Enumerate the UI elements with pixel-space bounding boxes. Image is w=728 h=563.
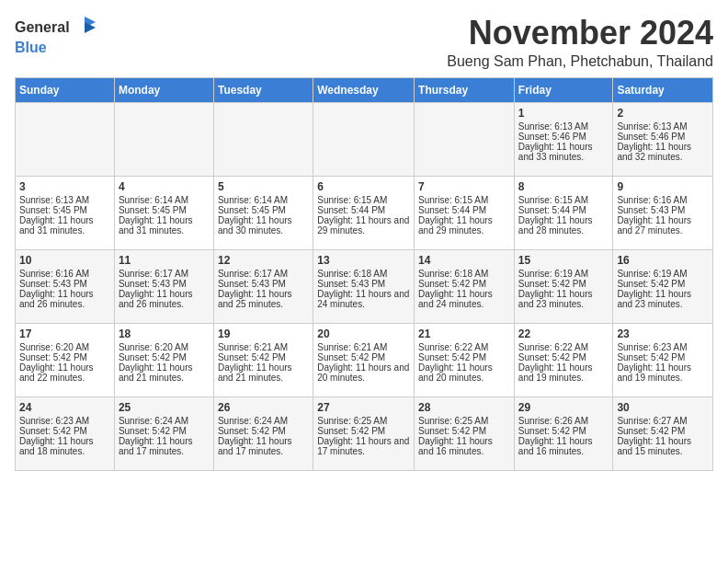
sunrise-text: Sunrise: 6:24 AM xyxy=(218,416,309,426)
daylight-text: Daylight: 11 hours and 21 minutes. xyxy=(218,362,309,383)
calendar-cell: 28Sunrise: 6:25 AMSunset: 5:42 PMDayligh… xyxy=(415,396,515,470)
calendar-cell: 26Sunrise: 6:24 AMSunset: 5:42 PMDayligh… xyxy=(213,396,313,470)
day-number: 13 xyxy=(317,254,410,267)
calendar-cell: 12Sunrise: 6:17 AMSunset: 5:43 PMDayligh… xyxy=(213,249,313,323)
calendar-week-row: 17Sunrise: 6:20 AMSunset: 5:42 PMDayligh… xyxy=(16,323,713,396)
sunset-text: Sunset: 5:43 PM xyxy=(218,279,309,289)
day-number: 9 xyxy=(617,180,709,193)
sunrise-text: Sunrise: 6:21 AM xyxy=(317,342,410,352)
daylight-text: Daylight: 11 hours and 24 minutes. xyxy=(418,289,510,309)
sunset-text: Sunset: 5:43 PM xyxy=(617,205,709,215)
day-number: 27 xyxy=(317,401,410,414)
sunrise-text: Sunrise: 6:13 AM xyxy=(518,121,609,132)
logo-flag-icon xyxy=(72,15,97,40)
sunset-text: Sunset: 5:42 PM xyxy=(119,426,210,436)
sunset-text: Sunset: 5:43 PM xyxy=(119,279,210,289)
weekday-header-thursday: Thursday xyxy=(415,77,515,102)
day-number: 8 xyxy=(518,180,609,193)
location-subtitle: Bueng Sam Phan, Phetchabun, Thailand xyxy=(447,53,713,70)
calendar-cell xyxy=(16,102,115,176)
sunrise-text: Sunrise: 6:15 AM xyxy=(518,195,609,205)
weekday-header-friday: Friday xyxy=(514,77,613,102)
sunrise-text: Sunrise: 6:25 AM xyxy=(317,416,410,426)
daylight-text: Daylight: 11 hours and 23 minutes. xyxy=(518,289,609,309)
calendar-cell xyxy=(415,102,515,176)
sunset-text: Sunset: 5:42 PM xyxy=(119,352,210,362)
day-number: 12 xyxy=(218,254,309,267)
day-number: 18 xyxy=(119,327,210,340)
calendar-week-row: 10Sunrise: 6:16 AMSunset: 5:43 PMDayligh… xyxy=(16,249,713,323)
daylight-text: Daylight: 11 hours and 29 minutes. xyxy=(418,215,510,236)
sunset-text: Sunset: 5:42 PM xyxy=(617,279,709,289)
weekday-header-saturday: Saturday xyxy=(613,77,713,102)
daylight-text: Daylight: 11 hours and 15 minutes. xyxy=(617,436,709,456)
daylight-text: Daylight: 11 hours and 17 minutes. xyxy=(317,436,410,456)
day-number: 15 xyxy=(518,254,609,267)
calendar-week-row: 3Sunrise: 6:13 AMSunset: 5:45 PMDaylight… xyxy=(16,176,713,249)
sunset-text: Sunset: 5:42 PM xyxy=(617,352,709,362)
sunset-text: Sunset: 5:42 PM xyxy=(317,426,410,436)
calendar-cell: 17Sunrise: 6:20 AMSunset: 5:42 PMDayligh… xyxy=(16,323,115,396)
day-number: 2 xyxy=(617,107,709,120)
sunrise-text: Sunrise: 6:27 AM xyxy=(617,416,709,426)
day-number: 22 xyxy=(518,327,609,340)
day-number: 20 xyxy=(317,327,410,340)
sunrise-text: Sunrise: 6:17 AM xyxy=(119,269,210,279)
day-number: 17 xyxy=(19,327,110,340)
calendar-cell: 13Sunrise: 6:18 AMSunset: 5:43 PMDayligh… xyxy=(313,249,415,323)
day-number: 23 xyxy=(617,327,709,340)
daylight-text: Daylight: 11 hours and 24 minutes. xyxy=(317,289,410,309)
calendar-cell xyxy=(213,102,313,176)
sunrise-text: Sunrise: 6:15 AM xyxy=(317,195,410,205)
day-number: 28 xyxy=(418,401,510,414)
sunrise-text: Sunrise: 6:13 AM xyxy=(19,195,110,205)
calendar-cell: 7Sunrise: 6:15 AMSunset: 5:44 PMDaylight… xyxy=(415,176,515,249)
calendar-cell: 23Sunrise: 6:23 AMSunset: 5:42 PMDayligh… xyxy=(613,323,713,396)
sunrise-text: Sunrise: 6:20 AM xyxy=(19,342,110,352)
page-header: General Blue November 2024 Bueng Sam Pha… xyxy=(15,15,713,70)
calendar-cell: 19Sunrise: 6:21 AMSunset: 5:42 PMDayligh… xyxy=(213,323,313,396)
day-number: 5 xyxy=(218,180,309,193)
sunrise-text: Sunrise: 6:22 AM xyxy=(518,342,609,352)
sunset-text: Sunset: 5:42 PM xyxy=(19,426,110,436)
sunset-text: Sunset: 5:44 PM xyxy=(418,205,510,215)
daylight-text: Daylight: 11 hours and 21 minutes. xyxy=(119,362,210,383)
sunrise-text: Sunrise: 6:21 AM xyxy=(218,342,309,352)
sunset-text: Sunset: 5:42 PM xyxy=(518,426,609,436)
sunrise-text: Sunrise: 6:18 AM xyxy=(418,269,510,279)
sunrise-text: Sunrise: 6:22 AM xyxy=(418,342,510,352)
calendar-header-row: SundayMondayTuesdayWednesdayThursdayFrid… xyxy=(16,77,713,102)
daylight-text: Daylight: 11 hours and 19 minutes. xyxy=(518,362,609,383)
daylight-text: Daylight: 11 hours and 23 minutes. xyxy=(617,289,709,309)
sunrise-text: Sunrise: 6:23 AM xyxy=(19,416,110,426)
title-section: November 2024 Bueng Sam Phan, Phetchabun… xyxy=(447,15,713,70)
sunrise-text: Sunrise: 6:26 AM xyxy=(518,416,609,426)
daylight-text: Daylight: 11 hours and 20 minutes. xyxy=(418,362,510,383)
daylight-text: Daylight: 11 hours and 20 minutes. xyxy=(317,362,410,383)
weekday-header-wednesday: Wednesday xyxy=(313,77,415,102)
day-number: 16 xyxy=(617,254,709,267)
calendar-week-row: 1Sunrise: 6:13 AMSunset: 5:46 PMDaylight… xyxy=(16,102,713,176)
day-number: 10 xyxy=(19,254,110,267)
sunset-text: Sunset: 5:42 PM xyxy=(418,279,510,289)
sunrise-text: Sunrise: 6:24 AM xyxy=(119,416,210,426)
sunset-text: Sunset: 5:45 PM xyxy=(119,205,210,215)
daylight-text: Daylight: 11 hours and 26 minutes. xyxy=(119,289,210,309)
calendar-cell: 15Sunrise: 6:19 AMSunset: 5:42 PMDayligh… xyxy=(514,249,613,323)
calendar-cell: 21Sunrise: 6:22 AMSunset: 5:42 PMDayligh… xyxy=(415,323,515,396)
calendar-week-row: 24Sunrise: 6:23 AMSunset: 5:42 PMDayligh… xyxy=(16,396,713,470)
sunrise-text: Sunrise: 6:16 AM xyxy=(617,195,709,205)
day-number: 11 xyxy=(119,254,210,267)
daylight-text: Daylight: 11 hours and 33 minutes. xyxy=(518,142,609,162)
daylight-text: Daylight: 11 hours and 25 minutes. xyxy=(218,289,309,309)
sunset-text: Sunset: 5:42 PM xyxy=(418,352,510,362)
logo: General Blue xyxy=(15,15,97,55)
calendar-cell: 16Sunrise: 6:19 AMSunset: 5:42 PMDayligh… xyxy=(613,249,713,323)
daylight-text: Daylight: 11 hours and 19 minutes. xyxy=(617,362,709,383)
calendar-cell: 8Sunrise: 6:15 AMSunset: 5:44 PMDaylight… xyxy=(514,176,613,249)
weekday-header-tuesday: Tuesday xyxy=(213,77,313,102)
calendar-table: SundayMondayTuesdayWednesdayThursdayFrid… xyxy=(15,77,713,471)
sunset-text: Sunset: 5:43 PM xyxy=(317,279,410,289)
sunrise-text: Sunrise: 6:16 AM xyxy=(19,269,110,279)
daylight-text: Daylight: 11 hours and 29 minutes. xyxy=(317,215,410,236)
